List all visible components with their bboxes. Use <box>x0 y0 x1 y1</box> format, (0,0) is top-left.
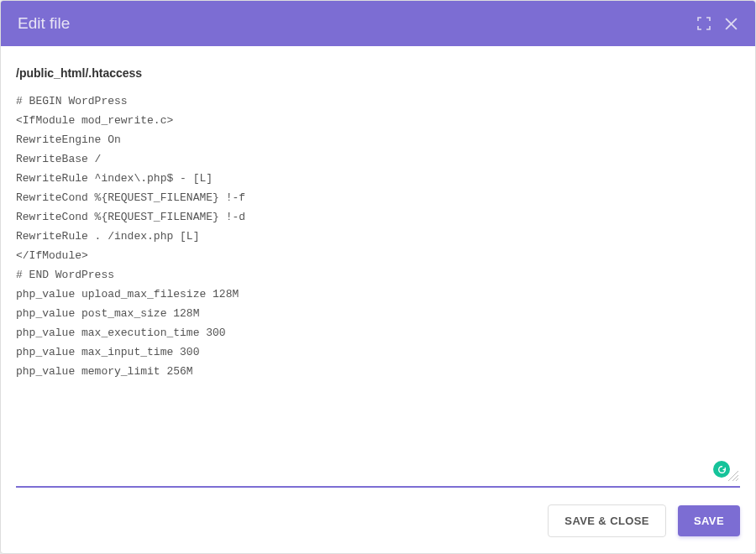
file-content-editor[interactable] <box>16 91 740 486</box>
modal-title: Edit file <box>18 14 70 33</box>
edit-file-modal: Edit file /public_html/.htaccess <box>0 0 756 554</box>
grammarly-icon[interactable] <box>713 461 730 478</box>
save-close-button[interactable]: SAVE & CLOSE <box>548 504 666 537</box>
modal-header: Edit file <box>1 1 755 46</box>
modal-footer: SAVE & CLOSE SAVE <box>1 488 755 553</box>
modal-content: /public_html/.htaccess <box>1 46 755 488</box>
header-actions <box>697 17 738 31</box>
save-button[interactable]: SAVE <box>678 505 740 536</box>
expand-icon[interactable] <box>697 17 711 30</box>
editor-container <box>16 91 740 488</box>
file-path: /public_html/.htaccess <box>16 61 740 86</box>
close-icon[interactable] <box>724 17 738 31</box>
